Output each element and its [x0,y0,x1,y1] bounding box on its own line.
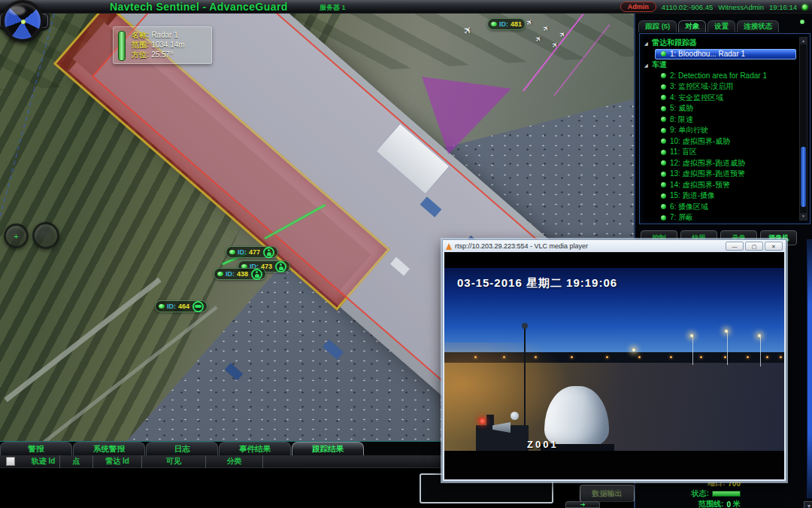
column-header[interactable]: 分类 [206,455,263,468]
vlc-video-area[interactable]: 03-15-2016 星期二 19:19:06 Z001 [444,252,784,479]
vlc-cone-icon [446,243,452,250]
admin-badge[interactable]: Admin [620,2,656,12]
tree-item[interactable]: ◢ 6: 摄像区域 [643,202,798,213]
tracked-target-label[interactable]: ID: 477 [226,246,278,258]
column-header[interactable]: 点 [60,455,93,468]
sidebar-tab-strip: 跟踪 (5) 对象 设置 连接状态 [638,20,779,32]
tree-item[interactable]: ◢ 1: Bloodhou... Radar 1 [643,49,798,60]
tree-item[interactable]: ◢ 11: 盲区 [643,147,798,158]
arrow-button[interactable]: ➔ [565,501,600,508]
connection-status-dot-icon [802,5,807,10]
tree-item[interactable]: ◢ 15: 跑道-摄像 [643,190,798,202]
radar-status-bar-icon [118,31,126,61]
tracked-target-label[interactable]: ID: 438 [214,268,266,280]
vlc-title-bar[interactable]: rtsp://10.203.29.223:554 - VLC media pla… [443,240,786,252]
window-control-button[interactable]: — [726,242,744,251]
vlc-window-controls: — ▢ ✕ [726,242,783,251]
tree-item[interactable]: ◢ 车道 [643,59,798,71]
vlc-window-title: rtsp://10.203.29.223:554 - VLC media pla… [455,242,723,250]
app-logo-icon [2,0,44,42]
target-dot-icon [217,272,223,276]
bottom-tab[interactable]: 系统警报 [73,442,145,455]
target-class-icon [263,247,274,258]
letterbox-top [444,252,784,268]
lamp-icon [690,334,693,337]
column-header[interactable]: 轨迹 Id [27,455,60,468]
item-bullet-icon [661,51,666,56]
range-row: 范围线: 0 米 [673,500,741,508]
bottom-tab[interactable]: 事件结果 [219,442,291,455]
window-control-button[interactable]: ▢ [745,242,763,251]
scroll-up-icon[interactable]: ▲ [800,38,807,44]
tree-scrollbar[interactable]: ▲ ▼ [799,37,807,221]
panel-corner-button[interactable]: ▾ [804,501,812,508]
tree-item[interactable]: ◢ 12: 虚拟围界-跑道威胁 [643,158,798,169]
tree-item[interactable]: ◢ 10: 虚拟围界-威胁 [643,136,798,148]
title-bar[interactable]: Navtech Sentinel - AdvanceGuard 服务器 1 Ad… [0,0,812,14]
tree-item[interactable]: ◢ 3: 监控区域-没启用 [643,81,798,93]
column-header-row: 轨迹 Id 点 雷达 Id 可见 分类 [27,455,263,468]
target-class-icon [192,301,204,312]
tree-item[interactable]: ◢ 14: 虚拟围界-预警 [643,180,798,191]
bottom-tab[interactable]: 警报 [0,442,72,455]
video-osd-label: Z001 [527,439,559,450]
bottom-tab[interactable]: 日志 [146,442,218,455]
item-bullet-icon [661,95,666,100]
light-pole [760,336,761,367]
data-output-button[interactable]: 数据输出 [580,485,635,502]
tree-item[interactable]: ◢ 7: 屏蔽 [643,212,798,224]
red-beacon-icon [479,418,486,424]
tree-item[interactable]: ◢ 2: Detection area for Radar 1 [643,71,798,82]
application-window: ✈ ✈ ✈ ✈ ✈ ✈ 名称: Radar 1 范围: 1034.14m 方位:… [0,0,812,508]
clock: 19:16:14 [769,3,797,11]
radar-bearing-row: 方位: 25.57° [132,50,207,59]
tree-item[interactable]: ◢ 5: 威胁 [643,103,798,114]
logged-in-user: WitnessAdmin [718,3,764,11]
sidebar-tab[interactable]: 跟踪 (5) [638,20,677,32]
item-bullet-icon [661,138,666,144]
item-bullet-icon [661,84,666,90]
panel-status-dot-icon [800,20,804,24]
bottom-tab-strip: 警报 系统警报 日志 事件结果 跟踪结果 [0,442,364,455]
window-control-button[interactable]: ✕ [765,242,783,251]
item-bullet-icon [661,106,666,111]
radar-info-tooltip: 名称: Radar 1 范围: 1034.14m 方位: 25.57° [113,26,212,64]
tree-item[interactable]: ◢ 8: 限速 [643,114,798,126]
radar-range-row: 范围: 1034.14m [132,40,207,50]
letterbox-bottom [444,451,784,479]
column-header[interactable]: 雷达 Id [93,455,142,468]
scroll-down-icon[interactable]: ▼ [800,213,807,220]
tracked-target-label[interactable]: ID: 464 [155,300,208,312]
column-header[interactable]: 可见 [142,455,206,468]
target-dot-icon [491,22,497,26]
vlc-player-window[interactable]: rtsp://10.203.29.223:554 - VLC media pla… [442,239,786,482]
tracked-target-label[interactable]: ID: 481 [487,18,526,30]
item-bullet-icon [661,172,666,177]
bottom-tab[interactable]: 跟踪结果 [292,442,364,455]
item-bullet-icon [661,128,666,133]
sidebar-tab[interactable]: 连接状态 [737,20,779,32]
expand-arrow-icon[interactable]: ◢ [644,41,652,46]
scrollbar-thumb[interactable] [801,147,806,207]
radar-name-row: 名称: Radar 1 [132,30,207,40]
tree-item[interactable]: ◢ 13: 虚拟围界-跑道预警 [643,169,798,180]
tree-item[interactable]: ◢ 4: 安全监控区域 [643,93,798,104]
tree-item[interactable]: ◢ 9: 单向行驶 [643,125,798,136]
panel-scrollbar[interactable] [807,239,812,498]
zoom-out-dial[interactable] [32,222,59,249]
sidebar-tab[interactable]: 对象 [678,20,706,32]
zoom-in-dial[interactable]: + [4,224,29,248]
session-info: Admin 4110.02:-906.45 WitnessAdmin 19:16… [620,2,807,12]
select-all-checkbox[interactable] [6,457,15,466]
tree-item[interactable]: ◢ 雷达和跟踪器 [643,38,798,49]
camera-ball-icon [511,412,519,420]
target-dot-icon [159,304,165,309]
server-label: 服务器 1 [320,3,346,13]
lamp-icon [725,330,728,333]
light-pole [692,336,693,365]
item-bullet-icon [661,215,666,221]
expand-arrow-icon[interactable]: ◢ [644,62,652,68]
sidebar-tab[interactable]: 设置 [707,20,735,32]
state-progress-bar [712,491,741,497]
target-class-icon [251,269,262,280]
